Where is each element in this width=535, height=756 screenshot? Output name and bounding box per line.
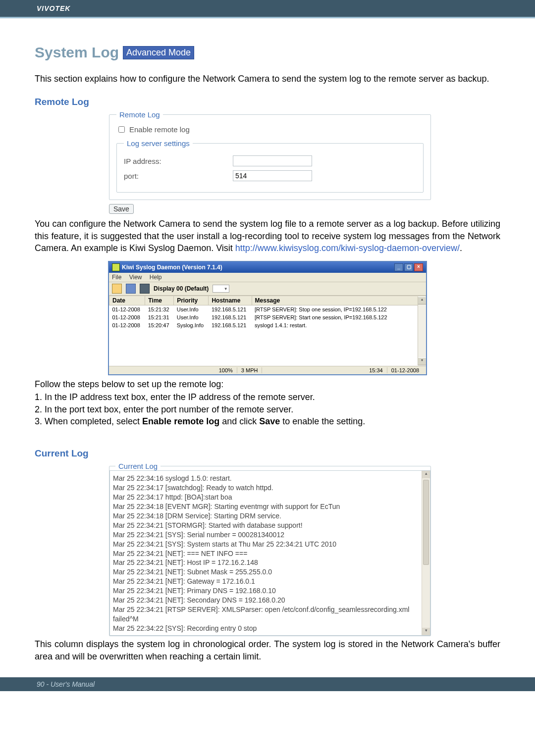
current-log-legend: Current Log bbox=[115, 462, 160, 470]
log-line: Mar 25 22:34:18 [EVENT MGR]: Starting ev… bbox=[113, 502, 420, 511]
col-time: Time bbox=[145, 296, 174, 305]
log-line: Mar 25 22:34:21 [SYS]: Serial number = 0… bbox=[113, 530, 420, 540]
kiwi-display-label: Display 00 (Default) bbox=[154, 285, 209, 292]
kiwi-scrollbar[interactable]: ▴ ▾ bbox=[418, 297, 426, 365]
kiwi-display-select[interactable] bbox=[213, 285, 229, 293]
log-server-settings-fieldset: Log server settings IP address: port: bbox=[116, 139, 424, 193]
current-log-panel: Current Log Mar 25 22:34:16 syslogd 1.5.… bbox=[109, 462, 431, 636]
menu-file[interactable]: File bbox=[112, 274, 121, 281]
header-bar: VIVOTEK bbox=[0, 0, 535, 17]
maximize-icon[interactable]: ▢ bbox=[404, 263, 413, 271]
scroll-thumb[interactable] bbox=[423, 480, 429, 565]
enable-remote-log-label: Enable remote log bbox=[129, 125, 190, 134]
current-log-box: Mar 25 22:34:16 syslogd 1.5.0: restart. … bbox=[109, 470, 430, 636]
save-button[interactable]: Save bbox=[109, 204, 134, 214]
log-line: Mar 25 22:34:21 [NET]: Secondary DNS = 1… bbox=[113, 596, 420, 605]
scroll-up-icon[interactable]: ▴ bbox=[418, 297, 426, 304]
ip-address-row: IP address: bbox=[124, 155, 416, 166]
scroll-up-icon[interactable]: ▴ bbox=[422, 471, 430, 478]
remote-log-form: Remote Log Enable remote log Log server … bbox=[109, 110, 431, 200]
status-mph: 3 MPH bbox=[237, 367, 263, 373]
table-row: 01-12-2008 15:20:47 Syslog.Info 192.168.… bbox=[109, 321, 426, 329]
remote-log-fieldset: Remote Log Enable remote log Log server … bbox=[109, 110, 431, 200]
kiwi-link[interactable]: http://www.kiwisyslog.com/kiwi-syslog-da… bbox=[235, 243, 460, 253]
table-row: 01-12-2008 15:21:31 User.Info 192.168.5.… bbox=[109, 313, 426, 321]
log-line: Mar 25 22:34:21 [RTSP SERVER]: XMLSParse… bbox=[113, 605, 420, 624]
step-1: 1. In the IP address text box, enter the… bbox=[35, 391, 500, 403]
kiwi-titlebar: Kiwi Syslog Daemon (Version 7.1.4) _ ▢ × bbox=[109, 262, 426, 273]
scroll-down-icon[interactable]: ▾ bbox=[418, 357, 426, 365]
remote-log-heading: Remote Log bbox=[35, 97, 500, 107]
page-title: System Log Advanced Mode bbox=[35, 44, 500, 61]
kiwi-title-text: Kiwi Syslog Daemon (Version 7.1.4) bbox=[122, 264, 222, 271]
scroll-down-icon[interactable]: ▾ bbox=[422, 628, 430, 635]
page-title-text: System Log bbox=[35, 44, 119, 61]
toolbar-icon-1[interactable] bbox=[112, 284, 122, 294]
close-icon[interactable]: × bbox=[414, 263, 423, 271]
enable-remote-log-row: Enable remote log bbox=[116, 125, 424, 134]
log-scrollbar[interactable]: ▴ ▾ bbox=[422, 471, 430, 635]
log-line: Mar 25 22:34:17 [swatchdog]: Ready to wa… bbox=[113, 483, 420, 493]
footer-text: 90 - User's Manual bbox=[37, 680, 95, 688]
steps-list: 1. In the IP address text box, enter the… bbox=[35, 391, 500, 427]
menu-view[interactable]: View bbox=[129, 274, 142, 281]
kiwi-statusbar: 100% 3 MPH 15:34 01-12-2008 bbox=[109, 366, 426, 374]
kiwi-app-icon bbox=[112, 263, 120, 271]
log-line: Mar 25 22:34:21 [SYS]: System starts at … bbox=[113, 540, 420, 549]
toolbar-icon-2[interactable] bbox=[126, 284, 136, 294]
log-line: Mar 25 22:34:21 [NET]: === NET INFO === bbox=[113, 549, 420, 558]
kiwi-menubar: File View Help bbox=[109, 273, 426, 282]
step-2: 2. In the port text box, enter the port … bbox=[35, 403, 500, 415]
log-line: Mar 25 22:34:21 [NET]: Primary DNS = 192… bbox=[113, 586, 420, 596]
col-message: Message bbox=[252, 296, 426, 305]
toolbar-icon-3[interactable] bbox=[140, 284, 150, 294]
menu-help[interactable]: Help bbox=[150, 274, 162, 281]
intro-paragraph: This section explains how to configure t… bbox=[35, 73, 500, 85]
table-row: 01-12-2008 15:21:32 User.Info 192.168.5.… bbox=[109, 305, 426, 314]
log-line: Mar 25 22:34:22 [SYS]: Recording entry 0… bbox=[113, 624, 420, 633]
log-line: Mar 25 22:34:17 httpd: [BOA]:start boa bbox=[113, 493, 420, 502]
col-hostname: Hostname bbox=[209, 296, 252, 305]
col-date: Date bbox=[109, 296, 145, 305]
log-server-settings-legend: Log server settings bbox=[124, 139, 193, 148]
col-priority: Priority bbox=[174, 296, 209, 305]
log-line: Mar 25 22:34:18 [DRM Service]: Starting … bbox=[113, 511, 420, 521]
log-line: Mar 25 22:34:21 [NET]: Host IP = 172.16.… bbox=[113, 558, 420, 567]
port-row: port: bbox=[124, 170, 416, 181]
status-pct: 100% bbox=[215, 367, 237, 373]
port-label: port: bbox=[124, 172, 233, 180]
page-content: System Log Advanced Mode This section ex… bbox=[0, 18, 535, 662]
advanced-mode-badge: Advanced Mode bbox=[123, 46, 194, 59]
minimize-icon[interactable]: _ bbox=[394, 263, 403, 271]
brand-text: VIVOTEK bbox=[37, 4, 70, 12]
save-button-wrap: Save bbox=[109, 204, 500, 214]
step-3: 3. When completed, select Enable remote … bbox=[35, 415, 500, 427]
log-line: Mar 25 22:34:21 [NET]: Gateway = 172.16.… bbox=[113, 577, 420, 586]
kiwi-log-table: Date Time Priority Hostname Message 01-1… bbox=[109, 296, 426, 366]
current-log-heading: Current Log bbox=[35, 448, 500, 459]
steps-intro: Follow the steps below to set up the rem… bbox=[35, 378, 500, 390]
kiwi-toolbar: Display 00 (Default) bbox=[109, 282, 426, 296]
desc-after-link: . bbox=[460, 243, 462, 253]
status-date: 01-12-2008 bbox=[387, 367, 423, 373]
ip-address-label: IP address: bbox=[124, 157, 233, 165]
remote-log-legend: Remote Log bbox=[116, 110, 163, 119]
status-time: 15:34 bbox=[365, 367, 387, 373]
enable-remote-log-checkbox[interactable] bbox=[118, 126, 125, 133]
footer-bar: 90 - User's Manual bbox=[0, 677, 535, 691]
description-with-link: You can configure the Network Camera to … bbox=[35, 218, 500, 254]
port-input[interactable] bbox=[233, 170, 312, 181]
current-log-description: This column displays the system log in c… bbox=[35, 638, 500, 662]
log-line: Mar 25 22:34:21 [STORMGR]: Started with … bbox=[113, 521, 420, 530]
current-log-fieldset: Current Log Mar 25 22:34:16 syslogd 1.5.… bbox=[109, 462, 431, 636]
kiwi-window-buttons: _ ▢ × bbox=[394, 263, 423, 271]
log-line: Mar 25 22:34:16 syslogd 1.5.0: restart. bbox=[113, 474, 420, 483]
ip-address-input[interactable] bbox=[233, 155, 312, 166]
kiwi-window: Kiwi Syslog Daemon (Version 7.1.4) _ ▢ ×… bbox=[108, 261, 427, 375]
log-line: Mar 25 22:34:21 [NET]: Subnet Mask = 255… bbox=[113, 567, 420, 577]
